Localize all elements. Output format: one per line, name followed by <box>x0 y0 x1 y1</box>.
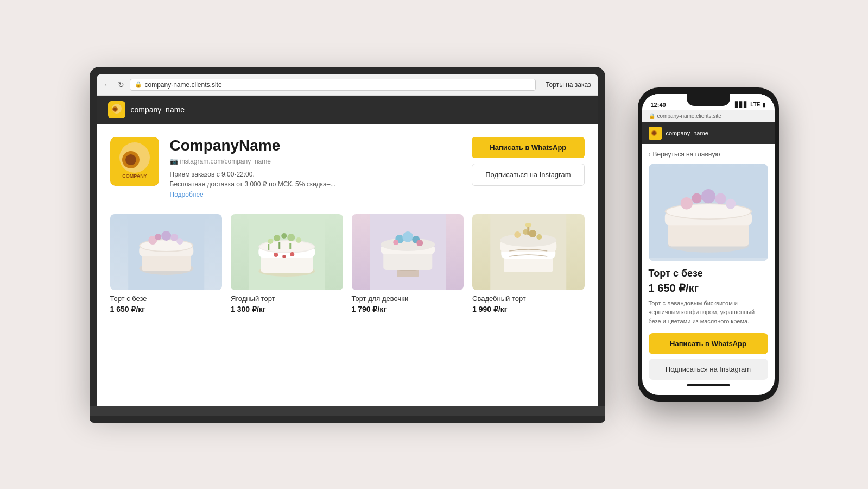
store-actions: Написать в WhatsApp Подписаться на Insta… <box>472 137 584 186</box>
store-info: CompanyName 📷 instagram.com/company_name… <box>170 137 461 199</box>
laptop-base <box>90 406 605 416</box>
svg-point-17 <box>161 231 171 241</box>
svg-point-72 <box>725 199 736 209</box>
svg-point-30 <box>296 237 301 243</box>
product-image-4 <box>472 214 585 290</box>
site-content: COMPANY CompanyName 📷 instagram.com/comp… <box>97 124 598 406</box>
svg-point-56 <box>536 234 542 240</box>
svg-point-34 <box>274 253 278 257</box>
phone-nav-name: company_name <box>666 130 708 136</box>
more-link[interactable]: Подробнее <box>170 191 204 198</box>
phone-instagram-button[interactable]: Подписаться на Instagram <box>649 359 768 380</box>
store-logo: COMPANY <box>110 137 159 186</box>
svg-point-69 <box>692 193 702 203</box>
whatsapp-button[interactable]: Написать в WhatsApp <box>472 137 584 158</box>
svg-rect-32 <box>278 242 280 249</box>
svg-point-58 <box>525 223 531 227</box>
instagram-icon: 📷 <box>170 158 178 165</box>
product-name-2: Ягодный торт <box>231 294 343 303</box>
svg-point-44 <box>402 231 413 242</box>
product-image-3 <box>352 214 464 290</box>
site-nav: company_name <box>97 96 598 124</box>
svg-point-67 <box>666 204 750 218</box>
svg-point-14 <box>140 240 192 251</box>
laptop-bottom <box>90 416 605 423</box>
store-title: CompanyName <box>170 137 461 154</box>
battery-icon: ▮ <box>763 102 766 108</box>
product-name-3: Торт для девочки <box>352 294 464 303</box>
svg-point-52 <box>500 234 556 247</box>
browser-url-bar: 🔒 company-name.clients.site <box>130 79 536 91</box>
svg-point-35 <box>282 255 286 258</box>
phone-back-link[interactable]: ‹ Вернуться на главную <box>649 151 768 158</box>
site-name: company_name <box>131 105 185 114</box>
laptop-mockup: ← ↻ 🔒 company-name.clients.site Торты на… <box>90 67 605 423</box>
svg-point-71 <box>715 193 726 204</box>
store-instagram: 📷 instagram.com/company_name <box>170 158 461 165</box>
product-image-2 <box>231 214 343 290</box>
svg-rect-33 <box>289 243 291 249</box>
svg-point-36 <box>290 252 294 256</box>
lock-icon: 🔒 <box>135 81 142 88</box>
phone-time: 12:40 <box>651 102 666 108</box>
phone-nav: company_name <box>642 122 775 144</box>
svg-point-29 <box>287 234 295 241</box>
product-price-4: 1 990 ₽/кг <box>472 305 585 314</box>
lte-badge: LTE <box>750 102 760 108</box>
phone-browser-url: company-name.clients.site <box>657 113 721 119</box>
svg-point-61 <box>652 131 656 135</box>
signal-icon: ▋▋▋ <box>735 102 748 108</box>
phone-nav-logo <box>649 127 662 140</box>
svg-point-70 <box>701 189 715 203</box>
instagram-button[interactable]: Подписаться на Instagram <box>472 164 584 186</box>
svg-point-53 <box>514 231 521 238</box>
svg-point-7 <box>125 154 136 165</box>
product-card-2[interactable]: Ягодный торт 1 300 ₽/кг <box>231 214 343 314</box>
phone-product-image <box>649 164 768 261</box>
product-card-1[interactable]: Торт с безе 1 650 ₽/кг <box>110 214 223 314</box>
svg-point-16 <box>155 234 161 240</box>
store-description: Прием заказов с 9:00-22:00. Бесплатная д… <box>170 170 461 189</box>
svg-point-19 <box>176 238 183 244</box>
svg-rect-31 <box>268 244 269 250</box>
product-price-3: 1 790 ₽/кг <box>352 305 464 314</box>
phone-product-name: Торт с безе <box>649 268 768 279</box>
product-image-1 <box>110 214 223 290</box>
product-price-1: 1 650 ₽/кг <box>110 305 223 314</box>
phone-mockup: 12:40 ▋▋▋ LTE ▮ 🔒 company-name.clients.s… <box>638 87 779 402</box>
products-grid: Торт с безе 1 650 ₽/кг <box>110 214 585 314</box>
product-name-1: Торт с безе <box>110 294 223 303</box>
phone-status-right: ▋▋▋ LTE ▮ <box>735 102 765 108</box>
phone-lock-icon: 🔒 <box>649 113 655 119</box>
site-logo <box>108 101 125 118</box>
phone-product-price: 1 650 ₽/кг <box>649 281 768 294</box>
phone-screen: 12:40 ▋▋▋ LTE ▮ 🔒 company-name.clients.s… <box>642 94 775 396</box>
browser-refresh-button[interactable]: ↻ <box>118 80 124 89</box>
browser-back-button[interactable]: ← <box>104 80 112 90</box>
svg-point-46 <box>393 240 398 245</box>
phone-content: ‹ Вернуться на главную <box>642 144 775 396</box>
svg-point-27 <box>274 235 280 241</box>
phone-notch <box>687 94 730 106</box>
browser-url: company-name.clients.site <box>145 81 222 89</box>
phone-browser-bar: 🔒 company-name.clients.site <box>642 110 775 122</box>
phone-home-bar <box>687 384 730 386</box>
svg-point-28 <box>281 233 287 239</box>
svg-point-47 <box>416 240 423 246</box>
browser-chrome: ← ↻ 🔒 company-name.clients.site Торты на… <box>97 74 598 96</box>
svg-point-68 <box>680 197 692 209</box>
phone-product-desc: Торт с лавандовым бисквитом и черничным … <box>649 299 768 326</box>
store-header: COMPANY CompanyName 📷 instagram.com/comp… <box>110 137 585 199</box>
product-card-3[interactable]: Торт для девочки 1 790 ₽/кг <box>352 214 464 314</box>
product-name-4: Свадебный торт <box>472 294 585 303</box>
product-card-4[interactable]: Свадебный торт 1 990 ₽/кг <box>472 214 585 314</box>
product-price-2: 1 300 ₽/кг <box>231 305 343 314</box>
phone-whatsapp-button[interactable]: Написать в WhatsApp <box>649 333 768 354</box>
browser-tab-title: Торты на заказ <box>546 81 591 89</box>
svg-text:COMPANY: COMPANY <box>122 173 147 179</box>
back-chevron-icon: ‹ <box>649 151 651 158</box>
svg-point-55 <box>529 230 536 237</box>
svg-point-3 <box>113 108 117 111</box>
svg-point-26 <box>268 239 273 244</box>
